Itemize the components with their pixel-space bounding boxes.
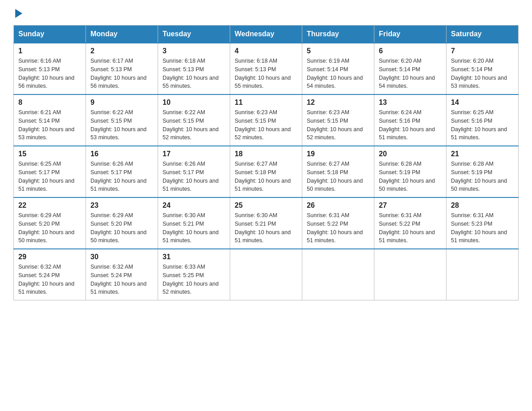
day-number: 9	[90, 98, 153, 107]
calendar-day-header: Wednesday	[230, 26, 302, 43]
calendar-day-cell: 24 Sunrise: 6:30 AM Sunset: 5:21 PM Dayl…	[158, 197, 230, 249]
calendar-day-cell: 4 Sunrise: 6:18 AM Sunset: 5:13 PM Dayli…	[230, 43, 302, 94]
calendar-day-cell: 12 Sunrise: 6:23 AM Sunset: 5:15 PM Dayl…	[302, 94, 374, 146]
day-info: Sunrise: 6:28 AM Sunset: 5:19 PM Dayligh…	[451, 160, 514, 193]
calendar-week-row: 15 Sunrise: 6:25 AM Sunset: 5:17 PM Dayl…	[14, 146, 519, 197]
day-info: Sunrise: 6:26 AM Sunset: 5:17 PM Dayligh…	[163, 160, 225, 193]
day-info: Sunrise: 6:23 AM Sunset: 5:15 PM Dayligh…	[235, 108, 297, 142]
day-info: Sunrise: 6:19 AM Sunset: 5:14 PM Dayligh…	[307, 57, 369, 90]
day-number: 12	[307, 98, 369, 107]
day-info: Sunrise: 6:20 AM Sunset: 5:14 PM Dayligh…	[451, 57, 514, 90]
page-header	[13, 9, 519, 16]
day-number: 1	[18, 47, 81, 55]
day-number: 4	[235, 47, 297, 55]
day-info: Sunrise: 6:22 AM Sunset: 5:15 PM Dayligh…	[90, 108, 153, 142]
day-info: Sunrise: 6:28 AM Sunset: 5:19 PM Dayligh…	[379, 160, 442, 193]
calendar-day-cell: 19 Sunrise: 6:27 AM Sunset: 5:18 PM Dayl…	[302, 146, 374, 197]
logo-arrow-icon	[15, 9, 22, 18]
day-info: Sunrise: 6:17 AM Sunset: 5:13 PM Dayligh…	[90, 57, 153, 90]
calendar-day-cell: 11 Sunrise: 6:23 AM Sunset: 5:15 PM Dayl…	[230, 94, 302, 146]
calendar-day-cell: 3 Sunrise: 6:18 AM Sunset: 5:13 PM Dayli…	[158, 43, 230, 94]
day-info: Sunrise: 6:25 AM Sunset: 5:16 PM Dayligh…	[451, 108, 514, 142]
calendar-day-header: Saturday	[446, 26, 519, 43]
day-info: Sunrise: 6:30 AM Sunset: 5:21 PM Dayligh…	[235, 211, 297, 245]
day-number: 17	[163, 150, 225, 158]
calendar-day-cell: 18 Sunrise: 6:27 AM Sunset: 5:18 PM Dayl…	[230, 146, 302, 197]
day-info: Sunrise: 6:32 AM Sunset: 5:24 PM Dayligh…	[18, 263, 81, 296]
day-info: Sunrise: 6:30 AM Sunset: 5:21 PM Dayligh…	[163, 211, 225, 245]
calendar-body: 1 Sunrise: 6:16 AM Sunset: 5:13 PM Dayli…	[14, 43, 519, 300]
day-number: 7	[451, 47, 514, 55]
calendar-day-header: Tuesday	[158, 26, 230, 43]
day-number: 21	[451, 150, 514, 158]
day-number: 25	[235, 201, 297, 210]
calendar-day-cell: 7 Sunrise: 6:20 AM Sunset: 5:14 PM Dayli…	[446, 43, 519, 94]
calendar-day-cell	[230, 249, 302, 300]
day-info: Sunrise: 6:24 AM Sunset: 5:16 PM Dayligh…	[379, 108, 442, 142]
calendar-day-cell	[302, 249, 374, 300]
calendar-day-cell	[374, 249, 446, 300]
day-info: Sunrise: 6:31 AM Sunset: 5:22 PM Dayligh…	[307, 211, 369, 245]
day-info: Sunrise: 6:31 AM Sunset: 5:22 PM Dayligh…	[379, 211, 442, 245]
calendar-day-cell: 27 Sunrise: 6:31 AM Sunset: 5:22 PM Dayl…	[374, 197, 446, 249]
day-number: 29	[18, 253, 81, 261]
calendar-day-cell: 14 Sunrise: 6:25 AM Sunset: 5:16 PM Dayl…	[446, 94, 519, 146]
day-number: 2	[90, 47, 153, 55]
calendar-day-cell: 31 Sunrise: 6:33 AM Sunset: 5:25 PM Dayl…	[158, 249, 230, 300]
calendar-day-cell: 23 Sunrise: 6:29 AM Sunset: 5:20 PM Dayl…	[86, 197, 158, 249]
calendar-day-cell: 30 Sunrise: 6:32 AM Sunset: 5:24 PM Dayl…	[86, 249, 158, 300]
calendar-day-cell: 5 Sunrise: 6:19 AM Sunset: 5:14 PM Dayli…	[302, 43, 374, 94]
calendar-week-row: 29 Sunrise: 6:32 AM Sunset: 5:24 PM Dayl…	[14, 249, 519, 300]
calendar-day-cell: 10 Sunrise: 6:22 AM Sunset: 5:15 PM Dayl…	[158, 94, 230, 146]
day-number: 19	[307, 150, 369, 158]
calendar-week-row: 8 Sunrise: 6:21 AM Sunset: 5:14 PM Dayli…	[14, 94, 519, 146]
logo	[13, 9, 22, 16]
day-number: 28	[451, 201, 514, 210]
day-info: Sunrise: 6:27 AM Sunset: 5:18 PM Dayligh…	[235, 160, 297, 193]
day-number: 15	[18, 150, 81, 158]
day-info: Sunrise: 6:18 AM Sunset: 5:13 PM Dayligh…	[235, 57, 297, 90]
day-number: 27	[379, 201, 442, 210]
day-info: Sunrise: 6:27 AM Sunset: 5:18 PM Dayligh…	[307, 160, 369, 193]
day-info: Sunrise: 6:29 AM Sunset: 5:20 PM Dayligh…	[90, 211, 153, 245]
day-info: Sunrise: 6:21 AM Sunset: 5:14 PM Dayligh…	[18, 108, 81, 142]
day-info: Sunrise: 6:25 AM Sunset: 5:17 PM Dayligh…	[18, 160, 81, 193]
day-info: Sunrise: 6:20 AM Sunset: 5:14 PM Dayligh…	[379, 57, 442, 90]
day-info: Sunrise: 6:33 AM Sunset: 5:25 PM Dayligh…	[163, 263, 225, 296]
calendar-day-cell: 1 Sunrise: 6:16 AM Sunset: 5:13 PM Dayli…	[14, 43, 86, 94]
calendar-day-cell: 28 Sunrise: 6:31 AM Sunset: 5:23 PM Dayl…	[446, 197, 519, 249]
day-info: Sunrise: 6:31 AM Sunset: 5:23 PM Dayligh…	[451, 211, 514, 245]
calendar-day-cell: 22 Sunrise: 6:29 AM Sunset: 5:20 PM Dayl…	[14, 197, 86, 249]
calendar-day-cell: 29 Sunrise: 6:32 AM Sunset: 5:24 PM Dayl…	[14, 249, 86, 300]
day-info: Sunrise: 6:29 AM Sunset: 5:20 PM Dayligh…	[18, 211, 81, 245]
calendar-week-row: 22 Sunrise: 6:29 AM Sunset: 5:20 PM Dayl…	[14, 197, 519, 249]
calendar-day-cell: 16 Sunrise: 6:26 AM Sunset: 5:17 PM Dayl…	[86, 146, 158, 197]
calendar-day-cell	[446, 249, 519, 300]
calendar-day-cell: 15 Sunrise: 6:25 AM Sunset: 5:17 PM Dayl…	[14, 146, 86, 197]
day-info: Sunrise: 6:18 AM Sunset: 5:13 PM Dayligh…	[163, 57, 225, 90]
calendar-day-cell: 25 Sunrise: 6:30 AM Sunset: 5:21 PM Dayl…	[230, 197, 302, 249]
day-number: 16	[90, 150, 153, 158]
calendar-header: SundayMondayTuesdayWednesdayThursdayFrid…	[14, 26, 519, 43]
calendar-header-row: SundayMondayTuesdayWednesdayThursdayFrid…	[14, 26, 519, 43]
day-number: 22	[18, 201, 81, 210]
day-number: 5	[307, 47, 369, 55]
logo-general-text	[13, 9, 22, 18]
calendar-day-cell: 26 Sunrise: 6:31 AM Sunset: 5:22 PM Dayl…	[302, 197, 374, 249]
day-number: 13	[379, 98, 442, 107]
day-info: Sunrise: 6:16 AM Sunset: 5:13 PM Dayligh…	[18, 57, 81, 90]
calendar-day-header: Sunday	[14, 26, 86, 43]
day-info: Sunrise: 6:23 AM Sunset: 5:15 PM Dayligh…	[307, 108, 369, 142]
day-number: 26	[307, 201, 369, 210]
day-number: 14	[451, 98, 514, 107]
day-number: 8	[18, 98, 81, 107]
calendar-day-cell: 6 Sunrise: 6:20 AM Sunset: 5:14 PM Dayli…	[374, 43, 446, 94]
day-number: 24	[163, 201, 225, 210]
calendar-day-header: Thursday	[302, 26, 374, 43]
calendar-day-cell: 8 Sunrise: 6:21 AM Sunset: 5:14 PM Dayli…	[14, 94, 86, 146]
day-number: 6	[379, 47, 442, 55]
calendar-day-cell: 17 Sunrise: 6:26 AM Sunset: 5:17 PM Dayl…	[158, 146, 230, 197]
calendar-day-header: Friday	[374, 26, 446, 43]
calendar-day-cell: 21 Sunrise: 6:28 AM Sunset: 5:19 PM Dayl…	[446, 146, 519, 197]
day-number: 3	[163, 47, 225, 55]
